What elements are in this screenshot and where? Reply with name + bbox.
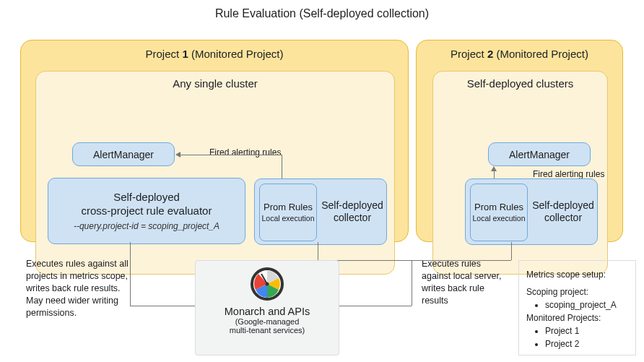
project-2-box: Project 2 (Monitored Project) Self-deplo… (416, 40, 623, 242)
cluster-2-title: Self-deployed clusters (433, 72, 607, 92)
fired-label-2: Fired alerting rules (533, 169, 604, 179)
cluster-2-box: Self-deployed clusters AlertManager Fire… (432, 71, 608, 275)
p2-prefix: Project (451, 48, 487, 60)
arrow-p1-vert (282, 155, 282, 178)
prom-sub-1: Local execution (262, 214, 315, 223)
scoping-label: Scoping project: (526, 285, 630, 298)
evaluator-flag: --query.project-id = scoping_project_A (74, 221, 219, 231)
conn-coll2-left (412, 260, 511, 261)
monarch-box: Monarch and APIs (Google-managed multi-t… (195, 260, 339, 355)
metrics-scope-box: Metrics scope setup: Scoping project: sc… (518, 260, 636, 355)
project-2-title: Project 2 (Monitored Project) (417, 40, 622, 64)
project-1-title: Project 1 (Monitored Project) (21, 40, 408, 64)
prom-sub-2: Local execution (473, 214, 526, 223)
p1-suffix: (Monitored Project) (188, 48, 284, 60)
collector-2-label: Self-deployed collector (532, 199, 594, 225)
prom-rules-2: Prom Rules Local execution (470, 184, 528, 241)
monarch-sub2: multi-tenant services) (196, 326, 339, 335)
prom-main-1: Prom Rules (264, 202, 313, 213)
scope-header: Metrics scope setup: (526, 268, 630, 281)
conn-coll-left (339, 306, 412, 306)
fired-label-1: Fired alerting rules (209, 147, 281, 158)
project-1-box: Project 1 (Monitored Project) Any single… (20, 40, 409, 242)
conn-eval-down (130, 242, 131, 306)
arrow-p1-horiz (180, 155, 282, 155)
rule-evaluator-box: Self-deployed cross-project rule evaluat… (48, 178, 245, 244)
svg-point-2 (266, 283, 269, 286)
monarch-title: Monarch and APIs (196, 306, 339, 317)
conn-eval-right (130, 306, 195, 306)
p1-prefix: Project (146, 48, 183, 60)
alertmanager-2: AlertManager (488, 142, 591, 166)
arrow-p1-head (175, 152, 180, 158)
monarch-sub1: (Google-managed (196, 317, 339, 326)
prom-main-2: Prom Rules (474, 202, 523, 213)
monitored-1: Project 1 (545, 324, 630, 337)
conn-coll-down2 (412, 260, 412, 306)
evaluator-line1: Self-deployed (113, 191, 180, 204)
annotation-left: Executes rules against all projects in m… (26, 258, 134, 319)
diagram-title: Rule Evaluation (Self-deployed collectio… (0, 0, 644, 27)
p1-num: 1 (182, 48, 188, 60)
monarch-icon (250, 267, 284, 301)
alertmanager-1: AlertManager (72, 142, 175, 166)
prom-rules-1: Prom Rules Local execution (259, 184, 317, 241)
evaluator-line2: cross-project rule evaluator (82, 204, 212, 218)
cluster-1-box: Any single cluster AlertManager Fired al… (35, 71, 395, 275)
scoping-value: scoping_project_A (545, 298, 630, 311)
p2-suffix: (Monitored Project) (493, 48, 588, 60)
conn-coll2-down (511, 242, 512, 260)
arrow-p2-head (491, 166, 497, 171)
conn-coll1-down (318, 242, 318, 260)
monitored-2: Project 2 (545, 337, 630, 350)
annotation-mid: Executes rules against local server, wri… (422, 258, 502, 307)
p2-num: 2 (487, 48, 493, 60)
collector-2-box: Prom Rules Local execution Self-deployed… (465, 178, 598, 245)
cluster-1-title: Any single cluster (36, 72, 394, 92)
monitored-label: Monitored Projects: (526, 311, 630, 324)
collector-1-box: Prom Rules Local execution Self-deployed… (254, 178, 387, 245)
collector-1-label: Self-deployed collector (321, 199, 383, 225)
